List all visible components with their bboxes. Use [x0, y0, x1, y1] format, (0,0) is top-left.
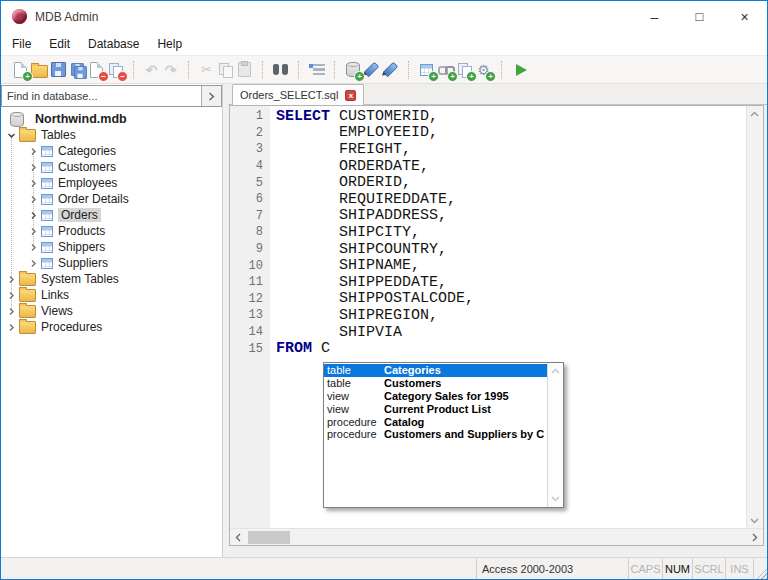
- chevron-down-icon[interactable]: [5, 131, 17, 140]
- tab-orders-select-sql[interactable]: Orders_SELECT.sql x: [232, 84, 364, 105]
- scroll-down-button[interactable]: [548, 492, 562, 506]
- save-button[interactable]: [49, 57, 68, 82]
- horizontal-scrollbar[interactable]: [230, 528, 763, 545]
- scroll-left-button[interactable]: [230, 530, 246, 545]
- code-line: 2 EMPLOYEEID,: [230, 125, 747, 142]
- new-view-button[interactable]: [455, 57, 474, 82]
- tree-item-views[interactable]: Views: [1, 303, 222, 319]
- save-all-button[interactable]: [68, 57, 87, 82]
- toolbar-separator: [262, 61, 263, 79]
- close-all-button[interactable]: [106, 57, 125, 82]
- chevron-right-icon[interactable]: [27, 147, 39, 156]
- menu-edit[interactable]: Edit: [40, 34, 79, 54]
- chevron-right-icon[interactable]: [5, 275, 17, 284]
- tree-item-employees[interactable]: Employees: [1, 175, 222, 191]
- menu-file[interactable]: File: [3, 34, 40, 54]
- undo-button[interactable]: ↶: [142, 57, 161, 82]
- new-procedure-button[interactable]: ⚙: [474, 57, 493, 82]
- autocomplete-item-categories[interactable]: table Categories: [324, 364, 548, 377]
- tree-item-label: Suppliers: [58, 256, 108, 270]
- tree-item-system-tables[interactable]: System Tables: [1, 271, 222, 287]
- autocomplete-item-catalog[interactable]: procedure Catalog: [324, 415, 548, 428]
- search-input[interactable]: [2, 86, 201, 106]
- tree-item-order-details[interactable]: Order Details: [1, 191, 222, 207]
- tab-close-button[interactable]: x: [345, 90, 356, 101]
- scroll-down-button[interactable]: [747, 513, 762, 529]
- chevron-right-icon[interactable]: [5, 291, 17, 300]
- line-number: 10: [230, 259, 270, 273]
- line-number: 15: [230, 342, 270, 356]
- resize-grip[interactable]: [754, 566, 767, 579]
- disconnect-button[interactable]: [381, 57, 400, 82]
- execute-button[interactable]: [510, 57, 529, 82]
- sql-text: SHIPADDRESS,: [276, 207, 447, 224]
- vertical-scrollbar[interactable]: [746, 106, 763, 529]
- scroll-up-button[interactable]: [548, 364, 562, 378]
- tree-item-label: Order Details: [58, 192, 129, 206]
- tree-root-northwind[interactable]: Northwind.mdb: [1, 111, 222, 127]
- popup-scrollbar[interactable]: [547, 363, 563, 507]
- folder-icon: [19, 321, 36, 334]
- disconnect-pen-icon: [383, 62, 399, 78]
- tree-item-links[interactable]: Links: [1, 287, 222, 303]
- chevron-right-icon[interactable]: [5, 323, 17, 332]
- tree-item-customers[interactable]: Customers: [1, 159, 222, 175]
- tree-item-tables[interactable]: Tables: [1, 127, 222, 143]
- chevron-right-icon[interactable]: [27, 163, 39, 172]
- connect-button[interactable]: [362, 57, 381, 82]
- chevron-left-icon: [235, 533, 241, 542]
- close-file-button[interactable]: [87, 57, 106, 82]
- line-number: 6: [230, 192, 270, 206]
- line-number: 4: [230, 159, 270, 173]
- new-file-button[interactable]: [11, 57, 30, 82]
- tree-item-label: Links: [41, 288, 69, 302]
- item-name: Categories: [384, 364, 441, 376]
- cut-button[interactable]: ✂: [197, 57, 216, 82]
- search-go-button[interactable]: [201, 86, 221, 106]
- code-line: 3 FREIGHT,: [230, 141, 747, 158]
- autocomplete-item-category-sales[interactable]: view Category Sales for 1995: [324, 390, 548, 403]
- maximize-button[interactable]: □: [677, 1, 722, 32]
- autocomplete-item-customers-suppliers[interactable]: procedure Customers and Suppliers by C: [324, 428, 548, 441]
- paste-button[interactable]: [235, 57, 254, 82]
- chevron-right-icon[interactable]: [27, 227, 39, 236]
- tree-item-categories[interactable]: Categories: [1, 143, 222, 159]
- tree-item-orders[interactable]: Orders: [1, 207, 222, 223]
- scroll-right-button[interactable]: [747, 530, 763, 545]
- scroll-up-button[interactable]: [747, 106, 762, 122]
- chevron-right-icon[interactable]: [27, 179, 39, 188]
- copy-button[interactable]: [216, 57, 235, 82]
- new-table-button[interactable]: [417, 57, 436, 82]
- code-line: 10 SHIPNAME,: [230, 257, 747, 274]
- open-file-button[interactable]: [30, 57, 49, 82]
- tree-item-procedures[interactable]: Procedures: [1, 319, 222, 335]
- line-number: 1: [230, 109, 270, 123]
- tree-item-label: System Tables: [41, 272, 119, 286]
- new-link-button[interactable]: [436, 57, 455, 82]
- tab-label: Orders_SELECT.sql: [240, 89, 338, 101]
- code-line: 4 ORDERDATE,: [230, 158, 747, 175]
- autocomplete-item-current-product-list[interactable]: view Current Product List: [324, 402, 548, 415]
- chevron-right-icon[interactable]: [27, 259, 39, 268]
- scrollbar-thumb[interactable]: [248, 531, 290, 544]
- window-title: MDB Admin: [35, 10, 98, 24]
- chevron-right-icon[interactable]: [27, 211, 39, 220]
- tree-item-shippers[interactable]: Shippers: [1, 239, 222, 255]
- autocomplete-item-customers[interactable]: table Customers: [324, 377, 548, 390]
- new-database-button[interactable]: [343, 57, 362, 82]
- menu-help[interactable]: Help: [148, 34, 191, 54]
- tree-item-products[interactable]: Products: [1, 223, 222, 239]
- minimize-button[interactable]: –: [632, 1, 677, 32]
- menu-database[interactable]: Database: [79, 34, 148, 54]
- table-icon: [41, 210, 53, 221]
- find-button[interactable]: [271, 57, 290, 82]
- item-type: table: [324, 377, 384, 389]
- format-sql-button[interactable]: [307, 57, 326, 82]
- close-button[interactable]: ×: [722, 1, 767, 32]
- redo-button[interactable]: ↷: [161, 57, 180, 82]
- open-folder-icon: [31, 65, 48, 78]
- chevron-right-icon[interactable]: [27, 243, 39, 252]
- chevron-right-icon[interactable]: [5, 307, 17, 316]
- tree-item-suppliers[interactable]: Suppliers: [1, 255, 222, 271]
- chevron-right-icon[interactable]: [27, 195, 39, 204]
